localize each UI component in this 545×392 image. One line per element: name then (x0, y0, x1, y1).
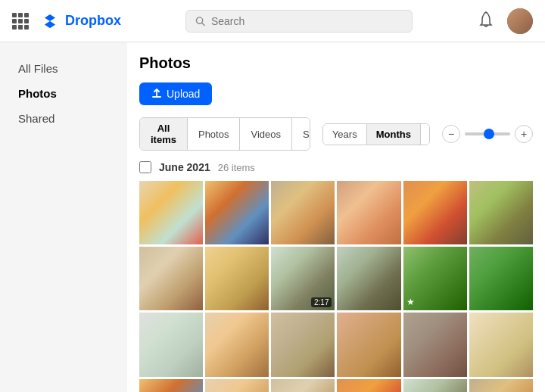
zoom-in-button[interactable]: + (515, 125, 533, 143)
search-input[interactable] (211, 15, 403, 27)
content-area: Photos Upload All items Photos Videos St… (127, 42, 545, 392)
zoom-slider[interactable] (465, 132, 510, 135)
filter-tab-all-items[interactable]: All items (140, 118, 188, 150)
upload-button[interactable]: Upload (139, 82, 212, 105)
app-header: Dropbox (0, 0, 545, 42)
filter-bar: All items Photos Videos Starred Years Mo… (139, 117, 533, 151)
filter-tab-photos[interactable]: Photos (188, 118, 240, 150)
dropbox-logo[interactable]: Dropbox (39, 11, 121, 32)
photo-item[interactable] (469, 247, 533, 310)
upload-icon (151, 89, 162, 99)
photo-item[interactable]: 5:17 (469, 379, 533, 392)
zoom-out-button[interactable]: − (442, 125, 460, 143)
photo-item[interactable] (337, 379, 400, 392)
filter-tab-starred[interactable]: Starred (292, 118, 310, 150)
photo-item[interactable] (139, 379, 203, 392)
photo-item[interactable] (337, 247, 400, 310)
section-count: 26 items (218, 162, 255, 173)
search-container (121, 10, 477, 33)
header-left: Dropbox (12, 11, 121, 32)
photo-item[interactable] (337, 181, 400, 244)
photo-item[interactable] (205, 181, 269, 244)
section-title: June 2021 (159, 161, 210, 173)
user-avatar[interactable] (507, 8, 533, 34)
svg-line-1 (202, 23, 204, 25)
photo-item[interactable]: ★ (403, 247, 467, 310)
section-select-all[interactable] (139, 161, 151, 173)
header-right (477, 8, 533, 34)
photo-item[interactable] (205, 379, 269, 392)
notification-icon[interactable] (477, 11, 495, 32)
apps-grid-icon[interactable] (12, 13, 29, 30)
tab-years[interactable]: Years (323, 124, 367, 145)
time-tabs: Years Months Days (322, 123, 430, 145)
star-badge: ★ (406, 297, 415, 307)
sidebar-item-all-files[interactable]: All Files (12, 58, 115, 79)
photo-item[interactable] (205, 247, 269, 310)
toolbar: Upload (139, 82, 533, 105)
tab-months[interactable]: Months (367, 124, 421, 145)
photo-item[interactable] (469, 313, 533, 376)
photo-item[interactable] (139, 247, 203, 310)
photo-item[interactable] (469, 181, 533, 244)
photo-item[interactable] (403, 379, 467, 392)
photo-item[interactable] (271, 181, 335, 244)
dropbox-icon (39, 11, 61, 32)
filter-tabs: All items Photos Videos Starred (139, 117, 310, 151)
search-bar[interactable] (185, 10, 413, 33)
photo-item[interactable] (205, 313, 269, 376)
search-icon (195, 16, 205, 26)
zoom-control: − + (442, 125, 533, 143)
filter-tab-videos[interactable]: Videos (240, 118, 292, 150)
page-title: Photos (139, 54, 533, 72)
sidebar: All Files Photos Shared (0, 42, 127, 392)
sidebar-item-photos[interactable]: Photos (12, 82, 115, 104)
photo-item[interactable] (139, 313, 203, 376)
photo-item[interactable]: 2:17 (271, 247, 335, 310)
video-duration-badge: 2:17 (311, 297, 332, 307)
section-header: June 2021 26 items (139, 161, 533, 173)
main-layout: All Files Photos Shared Photos Upload Al… (0, 42, 545, 392)
photo-item[interactable] (337, 313, 400, 376)
photo-item[interactable] (271, 313, 335, 376)
photo-item[interactable] (403, 313, 467, 376)
tab-days[interactable]: Days (421, 124, 430, 145)
logo-text: Dropbox (65, 13, 121, 29)
sidebar-item-shared[interactable]: Shared (12, 107, 115, 129)
photo-item[interactable] (403, 181, 467, 244)
photo-item[interactable] (271, 379, 335, 392)
photo-grid: 2:17★5:17 (139, 181, 533, 392)
photo-item[interactable] (139, 181, 203, 244)
